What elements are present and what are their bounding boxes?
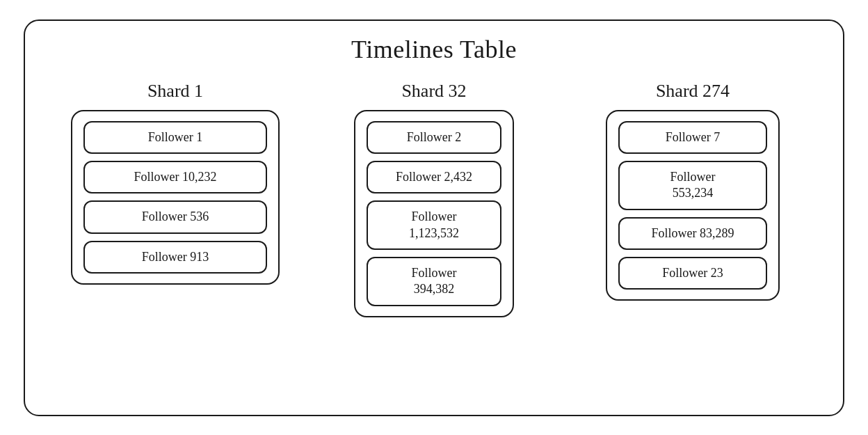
shard-section-274: Shard 274 Follower 7 Follower 553,234 Fo…	[588, 81, 797, 301]
follower-item: Follower 1	[83, 121, 267, 154]
outer-container: Timelines Table Shard 1 Follower 1 Follo…	[24, 19, 844, 416]
follower-item: Follower 10,232	[83, 161, 267, 193]
follower-item: Follower 23	[618, 257, 767, 290]
follower-item: Follower 83,289	[618, 217, 767, 250]
follower-item: Follower 553,234	[618, 161, 767, 210]
shard-274-box: Follower 7 Follower 553,234 Follower 83,…	[606, 110, 780, 301]
follower-item: Follower 536	[83, 200, 267, 233]
follower-item: Follower 2	[367, 121, 501, 154]
shard-section-32: Shard 32 Follower 2 Follower 2,432 Follo…	[330, 81, 538, 317]
follower-item: Follower 7	[618, 121, 767, 154]
follower-item: Follower 913	[83, 241, 267, 274]
page-title: Timelines Table	[351, 35, 517, 64]
follower-item: Follower 2,432	[367, 161, 501, 193]
follower-item: Follower 394,382	[367, 257, 501, 306]
shard-1-box: Follower 1 Follower 10,232 Follower 536 …	[71, 110, 280, 285]
shard-1-title: Shard 1	[147, 81, 203, 102]
follower-item: Follower 1,123,532	[367, 200, 501, 250]
shards-row: Shard 1 Follower 1 Follower 10,232 Follo…	[46, 81, 822, 394]
shard-274-title: Shard 274	[656, 81, 730, 102]
shard-section-1: Shard 1 Follower 1 Follower 10,232 Follo…	[71, 81, 280, 285]
shard-32-title: Shard 32	[401, 81, 466, 102]
shard-32-box: Follower 2 Follower 2,432 Follower 1,123…	[354, 110, 514, 317]
